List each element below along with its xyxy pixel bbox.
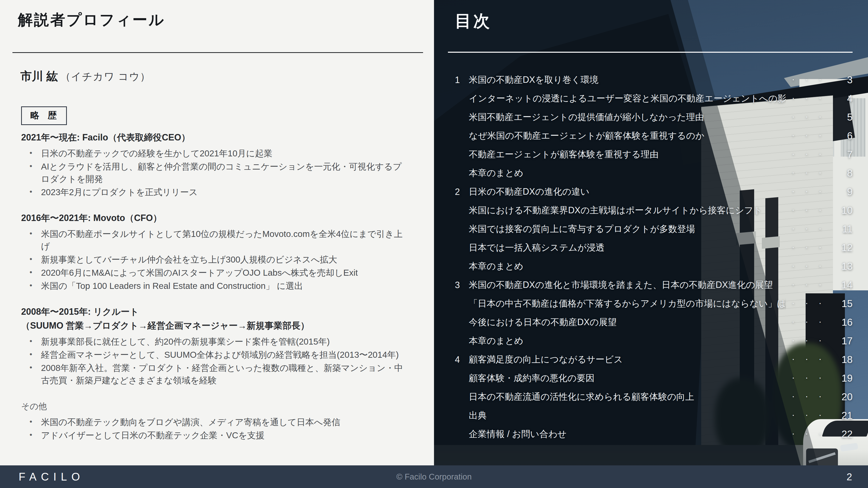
toc-row: なぜ米国の不動産エージェントが顧客体験を重視するのか ・・・ 6 <box>455 126 852 145</box>
toc-entry-label: 顧客体験・成約率の悪化の要因 <box>469 372 786 384</box>
toc-entry-label: 企業情報 / お問い合わせ <box>469 428 786 440</box>
toc-entry-label: 米国不動産エージェントの提供価値が縮小しなかった理由 <box>469 111 786 123</box>
toc-dot-leader: ・・・ <box>790 131 830 140</box>
toc-entry-label: 「日本の中古不動産は価格が下落するからアメリカ型の市場にはならない」は誤り <box>469 298 786 310</box>
toc-page-number: 14 <box>832 279 852 291</box>
toc-row: 米国不動産エージェントの提供価値が縮小しなかった理由 ・・・ 5 <box>455 108 852 126</box>
career-bullet: 経営企画マネージャーとして、SUUMO全体および領域別の経営戦略を担当(2013… <box>41 348 409 361</box>
toc-page-number: 4 <box>832 93 852 104</box>
toc-row: 「日本の中古不動産は価格が下落するからアメリカ型の市場にはならない」は誤り ・・… <box>455 294 852 313</box>
career-bullet-list: 米国の不動産テック動向をブログや講演、メディア寄稿を通して日本へ発信アドバイザー… <box>21 416 409 441</box>
toc-row: 日本では一括入稿システムが浸透 ・・・ 12 <box>455 238 852 257</box>
toc-dot-leader: ・・・ <box>790 374 830 383</box>
toc-dot-leader: ・・・ <box>790 318 830 327</box>
toc-page-number: 8 <box>832 167 852 179</box>
toc-dot-leader: ・・・ <box>790 393 830 401</box>
toc-entry-label: 今後における日本の不動産DXの展望 <box>469 316 786 328</box>
toc-page-number: 3 <box>832 74 852 86</box>
toc-page-number: 18 <box>832 354 852 365</box>
career-section-header: 2021年〜現在: Facilo（代表取締役CEO） <box>21 131 419 144</box>
page-number: 2 <box>847 471 852 482</box>
toc-page-number: 15 <box>832 298 852 309</box>
toc-page-number: 7 <box>832 149 852 160</box>
footer-bar: FACILO © Facilo Corporation 2 <box>0 465 868 488</box>
profile-divider <box>12 52 423 53</box>
toc-row: 本章のまとめ ・・・ 17 <box>455 332 852 350</box>
toc-page-number: 11 <box>832 223 852 235</box>
toc-entry-label: 米国における不動産業界DXの主戦場はポータルサイトから接客にシフト <box>469 204 786 216</box>
toc-row: 米国では接客の質向上に寄与するプロダクトが多数登場 ・・・ 11 <box>455 220 852 238</box>
toc-row: 米国における不動産業界DXの主戦場はポータルサイトから接客にシフト ・・・ 10 <box>455 201 852 220</box>
toc-page-number: 13 <box>832 261 852 272</box>
toc-page-number: 16 <box>832 317 852 328</box>
footer-copyright: © Facilo Corporation <box>396 472 471 482</box>
career-bullet: AIとクラウドを活用し、顧客と仲介営業の間のコミュニケーションを一元化・可視化す… <box>41 160 409 185</box>
toc-page-number: 19 <box>832 373 852 384</box>
career-section: 2021年〜現在: Facilo（代表取締役CEO） 日米の不動産テックでの経験… <box>21 131 419 199</box>
toc-entry-label: 日本では一括入稿システムが浸透 <box>469 242 786 254</box>
career-sections: 2021年〜現在: Facilo（代表取締役CEO） 日米の不動産テックでの経験… <box>21 131 419 455</box>
toc-entry-label: インターネットの浸透によるユーザー変容と米国の不動産エージェントへの影響 <box>469 92 786 105</box>
toc-row: 不動産エージェントが顧客体験を重視する理由 ・・・ 7 <box>455 145 852 164</box>
presenter-name-row: 市川 紘（イチカワ コウ） <box>20 69 151 84</box>
career-bullet: 米国の不動産テック動向をブログや講演、メディア寄稿を通して日本へ発信 <box>41 416 409 428</box>
toc-row: 企業情報 / お問い合わせ ・・・ 22 <box>455 425 852 444</box>
slide-page: 解説者プロフィール 市川 紘（イチカワ コウ） 略 歴 2021年〜現在: Fa… <box>0 0 868 488</box>
toc-page-number: 5 <box>832 112 852 123</box>
presenter-name: 市川 紘 <box>20 70 58 83</box>
toc-entry-label: 米国の不動産DXの進化と市場環境を踏まえた、日本の不動産DX進化の展望 <box>469 279 786 291</box>
career-bullet: 米国の「Top 100 Leaders in Real Estate and C… <box>41 280 409 292</box>
toc-panel: 目次 1 米国の不動産DXを取り巻く環境 ・・・ 3 インターネットの浸透による… <box>434 0 868 465</box>
career-section-subheader: （SUUMO 営業→プロダクト→経営企画マネージャー→新規事業部長） <box>21 319 419 332</box>
toc-entry-label: 不動産エージェントが顧客体験を重視する理由 <box>469 148 786 161</box>
toc-dot-leader: ・・・ <box>790 206 830 215</box>
toc-list: 1 米国の不動産DXを取り巻く環境 ・・・ 3 インターネットの浸透によるユーザ… <box>455 70 852 444</box>
toc-content: 目次 1 米国の不動産DXを取り巻く環境 ・・・ 3 インターネットの浸透による… <box>434 0 868 465</box>
career-bullet-list: 日米の不動産テックでの経験を生かして2021年10月に起業AIとクラウドを活用し… <box>21 147 409 199</box>
career-section-header: 2008年〜2015年: リクルート <box>21 306 419 318</box>
toc-entry-label: 日米の不動産DXの進化の違い <box>469 186 786 198</box>
career-bullet-list: 米国の不動産ポータルサイトとして第10位の規模だったMovoto.comを全米4… <box>21 228 409 292</box>
toc-page-number: 21 <box>832 410 852 421</box>
career-bullet-list: 新規事業部長に就任として、約20件の新規事業シード案件を管轄(2015年)経営企… <box>21 335 409 387</box>
toc-page-number: 20 <box>832 391 852 402</box>
toc-dot-leader: ・・・ <box>790 113 830 122</box>
career-section: 2008年〜2015年: リクルート （SUUMO 営業→プロダクト→経営企画マ… <box>21 306 419 387</box>
toc-row: インターネットの浸透によるユーザー変容と米国の不動産エージェントへの影響 ・・・… <box>455 89 852 108</box>
toc-row: 1 米国の不動産DXを取り巻く環境 ・・・ 3 <box>455 70 852 89</box>
toc-dot-leader: ・・・ <box>790 355 830 364</box>
toc-row: 顧客体験・成約率の悪化の要因 ・・・ 19 <box>455 369 852 388</box>
toc-entry-label: なぜ米国の不動産エージェントが顧客体験を重視するのか <box>469 130 786 142</box>
toc-row: 今後における日本の不動産DXの展望 ・・・ 16 <box>455 313 852 332</box>
career-section-header: 2016年〜2021年: Movoto（CFO） <box>21 212 419 224</box>
toc-page-number: 12 <box>832 242 852 253</box>
presenter-name-kana: （イチカワ コウ） <box>60 71 151 82</box>
toc-dot-leader: ・・・ <box>790 150 830 159</box>
toc-row: 本章のまとめ ・・・ 13 <box>455 257 852 276</box>
career-bullet: 2008年新卒入社。営業・プロダクト・経営企画といった複数の職種と、新築マンショ… <box>41 362 409 387</box>
career-section: その他 米国の不動産テック動向をブログや講演、メディア寄稿を通して日本へ発信アド… <box>21 400 419 441</box>
toc-row: 日本の不動産流通の活性化に求められる顧客体験の向上 ・・・ 20 <box>455 388 852 406</box>
career-label-box: 略 歴 <box>21 106 67 125</box>
toc-divider <box>448 52 852 53</box>
toc-dot-leader: ・・・ <box>790 225 830 234</box>
toc-entry-label: 米国では接客の質向上に寄与するプロダクトが多数登場 <box>469 223 786 235</box>
toc-dot-leader: ・・・ <box>790 262 830 271</box>
toc-entry-label: 本章のまとめ <box>469 167 786 179</box>
career-bullet: 2023年2月にプロダクトを正式リリース <box>41 186 409 199</box>
toc-dot-leader: ・・・ <box>790 281 830 289</box>
career-bullet: 2020年6月にM&Aによって米国のAIスタートアップOJO Labsへ株式を売… <box>41 267 409 279</box>
career-bullet: 新規事業部長に就任として、約20件の新規事業シード案件を管轄(2015年) <box>41 335 409 348</box>
toc-chapter-number: 2 <box>455 187 469 197</box>
toc-page-number: 22 <box>832 429 852 440</box>
toc-page-number: 17 <box>832 335 852 346</box>
toc-entry-label: 本章のまとめ <box>469 335 786 347</box>
toc-entry-label: 日本の不動産流通の活性化に求められる顧客体験の向上 <box>469 391 786 403</box>
career-bullet: アドバイザーとして日米の不動産テック企業・VCを支援 <box>41 429 409 441</box>
toc-entry-label: 出典 <box>469 409 786 422</box>
toc-entry-label: 顧客満足度の向上につながるサービス <box>469 354 786 366</box>
toc-row: 4 顧客満足度の向上につながるサービス ・・・ 18 <box>455 350 852 369</box>
toc-dot-leader: ・・・ <box>790 75 830 84</box>
career-section: 2016年〜2021年: Movoto（CFO） 米国の不動産ポータルサイトとし… <box>21 212 419 292</box>
toc-row: 2 日米の不動産DXの進化の違い ・・・ 9 <box>455 182 852 201</box>
